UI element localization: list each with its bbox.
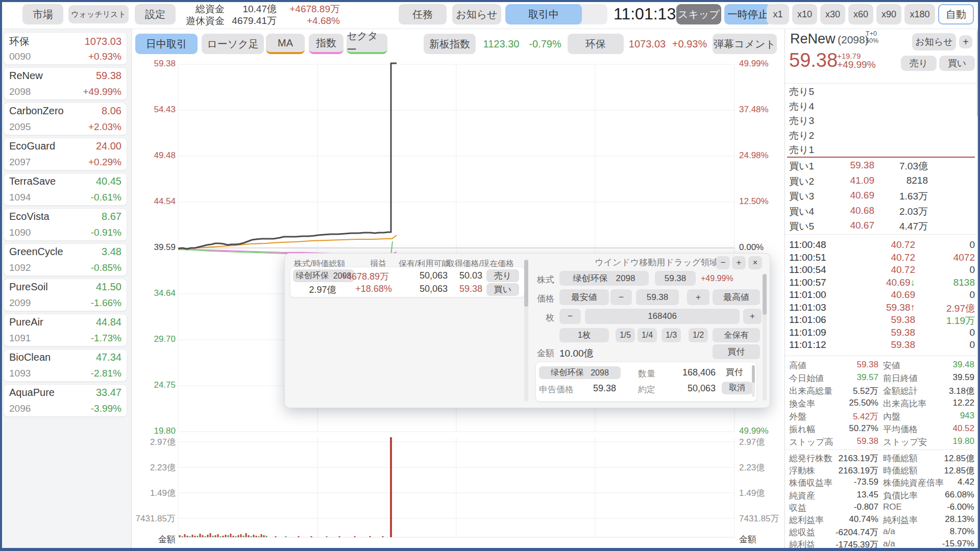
tick-price: 40.72: [846, 239, 915, 251]
drag-area-title[interactable]: ウインドウ移動用ドラッグ領域: [582, 257, 730, 268]
tick-price: 59.38: [846, 314, 915, 325]
fraction-1枚-button[interactable]: 1枚: [559, 328, 609, 342]
position-buy-button[interactable]: 買い: [486, 283, 519, 296]
watchlist-item-GreenCycle[interactable]: GreenCycle3.481092-0.85%: [4, 243, 127, 276]
watchlist-item-ReNew[interactable]: ReNew59.382098+49.99%: [4, 67, 127, 100]
qty-minus-button[interactable]: −: [559, 309, 581, 324]
panel-scrollbar[interactable]: [977, 29, 980, 549]
buy-submit-button[interactable]: 買付: [713, 344, 760, 359]
close-icon[interactable]: ×: [748, 256, 762, 269]
watchlist-item-PureAir[interactable]: PureAir44.841091-1.73%: [4, 314, 127, 346]
watchlist-item-row: 1090-0.91%: [9, 227, 121, 238]
stock-name: CarbonZero: [9, 105, 64, 117]
tick-time: 11:00:54: [789, 264, 826, 276]
fraction-1/2-button[interactable]: 1/2: [689, 328, 708, 342]
fundamental-value-2: 66.08%: [913, 490, 974, 500]
danmaku-comment-button[interactable]: 弾幕コメント: [713, 34, 777, 54]
fraction-1/3-button[interactable]: 1/3: [662, 328, 681, 342]
ask-label: 売り3: [789, 114, 814, 128]
bid-volume: 7.03億: [877, 160, 928, 173]
sector-index-button[interactable]: 环保: [568, 34, 624, 54]
speed-x90-button[interactable]: x90: [876, 4, 901, 24]
tab-index[interactable]: 指数: [309, 34, 344, 54]
tab-candlestick[interactable]: ローソク足: [202, 34, 264, 54]
order-card-scrollbar[interactable]: [752, 365, 755, 397]
stock-name: PureSoil: [9, 281, 48, 293]
watchlist-item-AquaPure[interactable]: AquaPure33.472096-3.99%: [4, 384, 127, 417]
tab-day-trading[interactable]: 日中取引: [135, 34, 198, 54]
stock-field-chip[interactable]: 绿创环保2098: [559, 271, 649, 286]
tab-ma[interactable]: MA: [266, 34, 305, 54]
watchlist-item-环保[interactable]: 环保1073.030090+0.93%: [4, 32, 127, 65]
watchlist-item-TerraSave[interactable]: TerraSave40.451094-0.61%: [4, 173, 127, 206]
minimize-icon[interactable]: −: [716, 256, 730, 269]
dialog-right-scrollbar[interactable]: [763, 274, 767, 400]
watchlist-item-CarbonZero[interactable]: CarbonZero8.062095+2.03%: [4, 103, 127, 135]
notice-button[interactable]: お知らせ: [452, 4, 501, 24]
fundamental-row: 総発行株数2163.19万時価総額12.85億: [785, 453, 976, 465]
price-plus-button[interactable]: +: [687, 289, 709, 305]
fraction-1/4-button[interactable]: 1/4: [638, 328, 657, 342]
fraction-1/5-button[interactable]: 1/5: [616, 328, 635, 342]
watchlist-item-row: 1091-1.73%: [9, 333, 121, 344]
trading-app-window: 市場 ウォッチリスト 設定 総資金 10.47億 +4678.89万 遊休資金 …: [0, 0, 980, 551]
fraction-全保有-button[interactable]: 全保有: [713, 328, 760, 342]
watchlist-item-BioClean[interactable]: BioClean47.341093-2.81%: [4, 349, 127, 382]
dialog-middle-scrollbar[interactable]: [524, 260, 528, 402]
tasks-button[interactable]: 任務: [399, 4, 447, 24]
pause-button[interactable]: 一時停止: [724, 4, 771, 24]
lowest-price-button[interactable]: 最安値: [559, 289, 609, 305]
speed-x10-button[interactable]: x10: [792, 4, 817, 24]
stat-value-1: 59.38: [817, 436, 878, 446]
fundamental-row: 総利益率40.74%純利益率28.13%: [785, 514, 976, 527]
watchlist-item-PureSoil[interactable]: PureSoil41.502099-1.66%: [4, 279, 127, 311]
position-sell-button[interactable]: 売り: [486, 269, 519, 282]
tick-volume: 4072: [919, 252, 975, 263]
maximize-icon[interactable]: +: [732, 256, 746, 269]
trade-dialog[interactable]: 株式/時価総額 損益 保有/利用可能 取得価格/現在価格 绿创环保2098 +4…: [284, 253, 770, 408]
chart-header: 日中取引 ローソク足 MA 指数 セクター 新板指数 1123.30 -0.79…: [131, 29, 785, 56]
tab-sector[interactable]: セクター: [347, 34, 387, 54]
speed-x30-button[interactable]: x30: [820, 4, 845, 24]
stat-label-2: 安値: [883, 360, 900, 371]
new-board-index-button[interactable]: 新板指数: [424, 34, 476, 54]
stock-change-pct: +49.99%: [83, 86, 121, 97]
skip-button[interactable]: スキップ: [676, 4, 721, 24]
order-cancel-button[interactable]: 取消: [722, 382, 752, 394]
auto-speed-button[interactable]: 自動: [938, 4, 974, 24]
watchlist-item-EcoGuard[interactable]: EcoGuard24.002097+0.29%: [4, 138, 127, 170]
stock-price: 44.84: [96, 316, 121, 328]
price-input[interactable]: 59.38: [636, 289, 679, 305]
add-to-watchlist-button[interactable]: +: [959, 35, 972, 48]
speed-x1-button[interactable]: x1: [767, 4, 789, 24]
bid-row: 買い540.674.47万: [785, 220, 976, 235]
watchlist-item-row: 1094-0.61%: [9, 192, 121, 203]
price-minus-button[interactable]: −: [610, 289, 632, 305]
highest-price-button[interactable]: 最高値: [713, 289, 760, 305]
qty-plus-button[interactable]: +: [743, 309, 762, 324]
stock-change-pct: -1.66%: [91, 297, 121, 309]
watchlist-item-EcoVista[interactable]: EcoVista8.671090-0.91%: [4, 208, 127, 241]
dialog-stock-price-chip[interactable]: 59.38: [655, 271, 696, 286]
buy-button[interactable]: 買い: [939, 56, 975, 71]
stock-notice-button[interactable]: お知らせ: [912, 33, 956, 51]
fundamental-label-1: 純資産: [789, 490, 815, 502]
settings-button[interactable]: 設定: [135, 4, 176, 24]
order-stock-chip[interactable]: 绿创环保2098: [539, 366, 621, 379]
watchlist-item-row: EcoVista8.67: [9, 211, 121, 222]
watchlist-item-row: 2096-3.99%: [9, 403, 121, 414]
stock-name: PureAir: [9, 316, 43, 328]
qty-input[interactable]: 168406: [585, 309, 740, 324]
stock-detail-panel: ReNew (2098) T+050% お知らせ + 59.38 +19.79 …: [785, 29, 980, 549]
speed-x60-button[interactable]: x60: [848, 4, 873, 24]
y-axis-pct-label: 49.99%: [739, 59, 790, 69]
y-axis-price-label: 59.38: [125, 59, 176, 69]
stock-code: 1091: [9, 333, 31, 344]
bid-volume: 1.63万: [877, 190, 928, 203]
stat-label-2: 平均価格: [883, 423, 918, 435]
speed-x180-button[interactable]: x180: [904, 4, 935, 24]
watchlist-button[interactable]: ウォッチリスト: [68, 5, 129, 23]
sell-button[interactable]: 売り: [901, 56, 937, 71]
market-button[interactable]: 市場: [22, 4, 63, 24]
ask-label: 売り1: [789, 143, 814, 157]
